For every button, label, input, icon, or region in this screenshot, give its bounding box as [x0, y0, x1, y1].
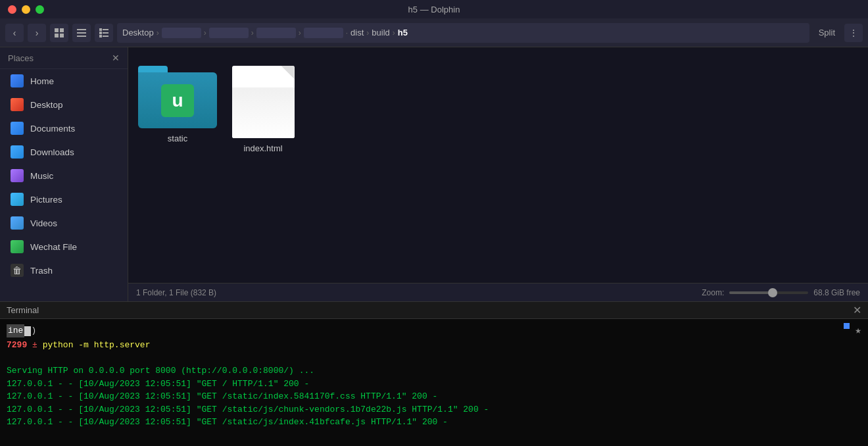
breadcrumb-blurred-3[interactable] [256, 28, 296, 38]
svg-rect-4 [77, 29, 86, 30]
breadcrumb-sep-1: › [157, 28, 159, 37]
sidebar-item-downloads[interactable]: Downloads [3, 141, 125, 163]
sidebar-title: Places [8, 53, 34, 63]
breadcrumb-blurred-4[interactable] [304, 28, 343, 38]
sidebar: Places ✕ Home Desktop Documents Download… [0, 47, 128, 301]
minimize-button[interactable] [22, 5, 30, 14]
folder-item-static[interactable]: u static [141, 61, 214, 159]
terminal-log-2: 127.0.0.1 - - [10/Aug/2023 12:05:51] "GE… [7, 390, 861, 403]
breadcrumb-sep-2: › [204, 28, 206, 37]
zoom-slider[interactable] [729, 291, 808, 294]
zoom-control: Zoom: 68.8 GiB free [702, 288, 860, 297]
documents-icon [11, 122, 24, 135]
file-count-info: 1 Folder, 1 File (832 B) [136, 288, 216, 297]
split-button[interactable]: Split [813, 25, 840, 40]
breadcrumb-dist[interactable]: dist [350, 28, 364, 37]
sidebar-close-button[interactable]: ✕ [112, 53, 120, 63]
svg-rect-7 [99, 28, 102, 31]
terminal-log-serving: Serving HTTP on 0.0.0.0 port 8000 (http:… [7, 364, 861, 378]
window-title: h5 — Dolphin [408, 5, 460, 14]
folder-badge: u [161, 84, 194, 117]
sidebar-item-home[interactable]: Home [3, 70, 125, 92]
folder-overlay: u [138, 72, 217, 128]
svg-rect-9 [99, 32, 102, 34]
terminal-title: Terminal [7, 305, 39, 315]
terminal-empty-line [7, 352, 861, 365]
toolbar: ‹ › Desktop › › › › · dist › build › h5 [0, 18, 868, 47]
nav-forward-button[interactable]: › [28, 24, 46, 42]
maximize-button[interactable] [36, 5, 44, 14]
breadcrumb-blurred-1[interactable] [162, 28, 201, 38]
terminal-command: python -m http.server [43, 340, 151, 350]
breadcrumb-blurred-2[interactable] [209, 28, 249, 38]
breadcrumb-sep-4: › [299, 28, 301, 37]
sidebar-item-downloads-label: Downloads [30, 147, 74, 157]
svg-rect-1 [60, 28, 64, 32]
svg-rect-12 [103, 36, 108, 37]
html-file-icon [232, 66, 295, 138]
terminal-log-3: 127.0.0.1 - - [10/Aug/2023 12:05:51] "GE… [7, 403, 861, 416]
main-area: Places ✕ Home Desktop Documents Download… [0, 47, 868, 301]
breadcrumb-sep-6: › [366, 28, 369, 37]
zoom-thumb[interactable] [768, 288, 777, 297]
terminal-body[interactable]: ine) ★ 7299 ± python -m http.server Serv… [0, 319, 868, 446]
svg-rect-11 [99, 35, 102, 37]
videos-icon [11, 216, 24, 230]
grid-view-button[interactable] [50, 24, 68, 42]
sidebar-item-home-label: Home [30, 76, 54, 86]
terminal-star-icon: ★ [855, 323, 861, 339]
folder-icon-static: u [138, 66, 217, 128]
close-button[interactable] [8, 5, 16, 14]
sidebar-item-documents[interactable]: Documents [3, 117, 125, 139]
terminal-sign: ± [32, 340, 43, 350]
terminal-log-1: 127.0.0.1 - - [10/Aug/2023 12:05:51] "GE… [7, 378, 861, 391]
sidebar-item-music-label: Music [30, 171, 53, 181]
compact-view-button[interactable] [95, 24, 113, 42]
terminal-header: Terminal ✕ [0, 302, 868, 319]
sidebar-item-videos-label: Videos [30, 218, 57, 228]
window-controls [8, 5, 44, 14]
music-icon [11, 169, 24, 182]
folder-name-static: static [168, 134, 187, 143]
sidebar-item-documents-label: Documents [30, 124, 75, 134]
terminal-input-line: ine) ★ [7, 323, 861, 339]
status-bar: 1 Folder, 1 File (832 B) Zoom: 68.8 GiB … [128, 283, 868, 301]
file-area: u static index.html 1 Folder, 1 File (83… [128, 47, 868, 301]
terminal-cursor [24, 326, 31, 336]
breadcrumb-desktop[interactable]: Desktop [122, 28, 154, 37]
pictures-icon [11, 193, 24, 206]
svg-rect-6 [77, 36, 86, 37]
breadcrumb[interactable]: Desktop › › › › · dist › build › h5 [117, 23, 809, 43]
sidebar-item-pictures[interactable]: Pictures [3, 188, 125, 211]
sidebar-item-wechat[interactable]: Wechat File [3, 235, 125, 258]
desktop-icon [11, 98, 24, 111]
terminal-num: 7299 [7, 340, 27, 350]
free-space: 68.8 GiB free [813, 288, 860, 297]
nav-back-button[interactable]: ‹ [5, 24, 24, 42]
svg-rect-3 [60, 34, 64, 37]
terminal-dot-blue [844, 323, 850, 329]
breadcrumb-h5[interactable]: h5 [398, 28, 408, 37]
breadcrumb-build[interactable]: build [372, 28, 389, 37]
sidebar-item-trash[interactable]: 🗑 Trash [3, 259, 125, 282]
terminal-line-cmd: 7299 ± python -m http.server [7, 339, 861, 352]
more-options-button[interactable]: ⋮ [844, 24, 863, 42]
breadcrumb-sep-3: › [251, 28, 254, 37]
titlebar: h5 — Dolphin [0, 0, 868, 18]
file-item-index-html[interactable]: index.html [227, 61, 299, 159]
sidebar-item-videos[interactable]: Videos [3, 212, 125, 234]
wechat-icon [11, 240, 24, 253]
folder-body: u [138, 72, 217, 128]
zoom-label: Zoom: [702, 288, 724, 297]
file-content: u static index.html [128, 47, 868, 283]
sidebar-item-pictures-label: Pictures [30, 195, 62, 205]
terminal-input-text: ine [7, 324, 24, 337]
list-view-button[interactable] [72, 24, 91, 42]
file-name-index-html: index.html [243, 143, 282, 153]
terminal-log-4: 127.0.0.1 - - [10/Aug/2023 12:05:51] "GE… [7, 416, 861, 429]
sidebar-item-wechat-label: Wechat File [30, 242, 77, 252]
sidebar-item-music[interactable]: Music [3, 164, 125, 187]
terminal-input-suffix: ) [31, 324, 36, 337]
terminal-close-button[interactable]: ✕ [853, 304, 861, 316]
sidebar-item-desktop[interactable]: Desktop [3, 93, 125, 116]
